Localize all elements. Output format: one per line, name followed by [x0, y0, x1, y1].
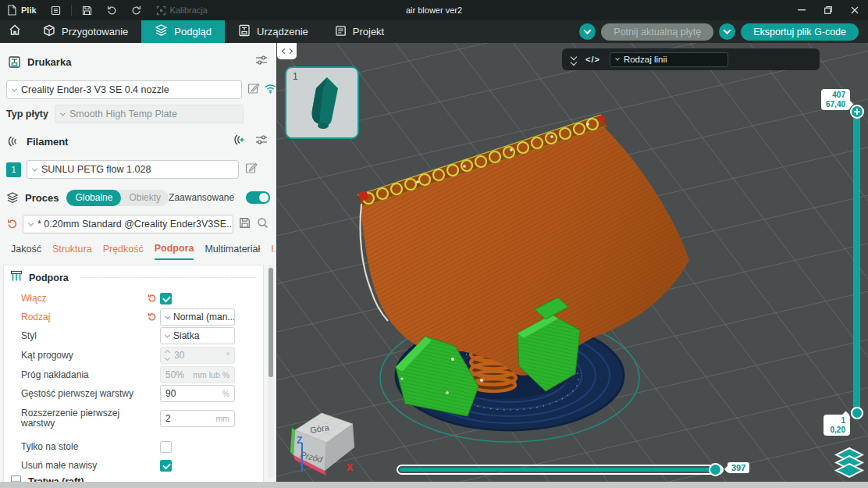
- plate-thumbnail[interactable]: 1: [285, 66, 359, 139]
- save-preset-icon[interactable]: [239, 217, 251, 232]
- tab-projekt[interactable]: Projekt: [322, 20, 397, 43]
- tab-przygotowanie[interactable]: Przygotowanie: [30, 20, 141, 43]
- printer-select[interactable]: Creality Ender-3 V3 SE 0.4 nozzle: [6, 80, 242, 99]
- preset-row: * 0.20mm Standard @Creality Ender3V3SE..…: [0, 215, 277, 233]
- undo-button[interactable]: [99, 0, 124, 20]
- overlap-threshold-input[interactable]: 50%mm lub %: [160, 366, 235, 383]
- plate-type-select[interactable]: Smooth High Temp Plate: [55, 105, 244, 123]
- undo-icon: [106, 5, 117, 16]
- scope-objects-button[interactable]: Obiekty: [121, 192, 169, 203]
- printer-settings-icon[interactable]: [255, 55, 268, 69]
- wifi-icon[interactable]: [264, 83, 277, 97]
- layer-bottom-tooltip: 1 0,20: [824, 415, 850, 436]
- chevron-down-icon: [165, 313, 170, 319]
- plate-type-row: Typ płyty Smooth High Temp Plate: [0, 105, 277, 123]
- slice-options-chevron[interactable]: [579, 23, 596, 40]
- add-filament-icon[interactable]: [233, 134, 246, 149]
- tab-urzadzenie[interactable]: Urządzenie: [225, 20, 322, 43]
- toggle-knob: [259, 193, 269, 202]
- first-layer-expansion-input[interactable]: 2mm: [160, 410, 235, 427]
- viewport-canvas[interactable]: [277, 43, 868, 482]
- buildplate-only-row: Tylko na stole: [4, 437, 263, 456]
- tab-jakosc[interactable]: Jakość: [11, 244, 41, 259]
- slice-plate-button[interactable]: Potnij aktualną płytę: [601, 23, 713, 41]
- reset-setting-icon[interactable]: [147, 312, 157, 322]
- tab-label: Urządzenie: [257, 26, 308, 37]
- tab-multimaterial[interactable]: Multimateriał: [205, 244, 260, 259]
- advanced-toggle[interactable]: [246, 191, 270, 204]
- printer-section-header: Drukarka: [0, 52, 277, 71]
- step-slider-track[interactable]: [397, 465, 724, 475]
- filament-select[interactable]: SUNLU PETG flow 1.028: [27, 160, 239, 179]
- layer-slider-top-handle[interactable]: [850, 105, 864, 119]
- gcode-view-icon[interactable]: </>: [585, 55, 600, 64]
- orientation-cube[interactable]: Góra Przód Z X: [290, 404, 358, 482]
- redo-icon: [131, 5, 142, 16]
- support-icon: [10, 270, 23, 285]
- enable-support-checkbox[interactable]: [160, 293, 172, 305]
- reset-setting-icon[interactable]: [147, 294, 157, 303]
- scope-toggle: Globalne Obiekty: [66, 190, 169, 206]
- home-button[interactable]: [0, 20, 30, 43]
- support-section-header: Podpora: [4, 270, 263, 285]
- buildplate-only-checkbox[interactable]: [160, 441, 172, 453]
- filament-slot-badge[interactable]: 1: [6, 162, 21, 177]
- step-slider-handle[interactable]: [709, 463, 722, 476]
- collapse-toolbar-icon[interactable]: [571, 55, 576, 65]
- filament-settings-icon[interactable]: [255, 134, 268, 148]
- preview-toolbar: </> Rodzaj linii: [562, 48, 820, 70]
- support-style-value: Siatka: [173, 330, 199, 341]
- save-button[interactable]: [75, 0, 99, 20]
- edit-printer-icon[interactable]: [247, 82, 260, 98]
- minimize-button[interactable]: [788, 0, 815, 20]
- layer-slider-bottom-handle[interactable]: [851, 407, 863, 419]
- redo-button[interactable]: [124, 0, 149, 20]
- support-style-select[interactable]: Siatka: [160, 327, 235, 344]
- maximize-button[interactable]: [815, 0, 841, 20]
- recent-projects-button[interactable]: [44, 0, 68, 20]
- panel-collapse-button[interactable]: [277, 43, 297, 59]
- tab-predkosc[interactable]: Prędkość: [103, 244, 144, 259]
- preset-name: * 0.20mm Standard @Creality Ender3V3SE..…: [37, 219, 233, 230]
- x-axis-label: X: [347, 462, 353, 473]
- export-options-chevron[interactable]: [719, 23, 735, 40]
- scope-global-button[interactable]: Globalne: [66, 190, 121, 206]
- remove-overhangs-checkbox[interactable]: [160, 460, 172, 472]
- overlap-value: 50%: [165, 369, 184, 380]
- scrollbar-thumb[interactable]: [269, 268, 273, 377]
- export-gcode-button[interactable]: Eksportuj plik G-code: [741, 23, 859, 41]
- calibration-button[interactable]: Kalibracja: [149, 0, 215, 20]
- reset-preset-icon[interactable]: [6, 219, 18, 230]
- save-icon: [82, 5, 92, 16]
- chevron-down-icon: [584, 27, 592, 34]
- plate-type-value: Smooth High Temp Plate: [69, 109, 177, 119]
- first-layer-density-input[interactable]: 90%: [160, 385, 235, 402]
- tab-podpora[interactable]: Podpora: [155, 243, 194, 260]
- setting-label: Rozszerzenie pierwszej warstwy: [21, 408, 152, 429]
- device-printer-icon: [238, 24, 251, 39]
- spinner-arrows[interactable]: [165, 351, 169, 360]
- close-button[interactable]: [841, 0, 868, 20]
- panel-scrollbar[interactable]: [268, 265, 274, 479]
- filament-icon: [8, 135, 20, 148]
- support-type-select[interactable]: Normal (man...: [160, 308, 235, 326]
- layer-slider-track[interactable]: [854, 117, 859, 409]
- chevron-down-icon: [12, 86, 17, 91]
- search-settings-icon[interactable]: [257, 217, 269, 232]
- support-settings-card: Podpora Włącz Rodzaj Normal (man... Styl…: [3, 265, 264, 482]
- tab-label: Podgląd: [174, 26, 212, 37]
- threshold-angle-input[interactable]: 30°: [160, 347, 235, 364]
- z-axis-label: Z: [297, 435, 302, 446]
- tab-podglad[interactable]: Podgląd: [141, 20, 225, 43]
- tab-struktura[interactable]: Struktura: [52, 244, 92, 259]
- line-type-select[interactable]: Rodzaj linii: [610, 52, 728, 67]
- calibration-icon: [156, 5, 166, 16]
- setting-label: Kąt progowy: [21, 351, 152, 361]
- preset-select[interactable]: * 0.20mm Standard @Creality Ender3V3SE..…: [23, 215, 233, 233]
- edit-filament-icon[interactable]: [245, 162, 258, 177]
- file-menu-button[interactable]: Plik: [0, 0, 44, 20]
- process-section-title: Proces: [25, 192, 59, 204]
- viewport-3d: 1 </> Rodzaj linii 407 67,40 1 0,20: [277, 43, 868, 482]
- chevron-down-icon: [60, 110, 66, 116]
- process-layers-icon: [6, 192, 19, 204]
